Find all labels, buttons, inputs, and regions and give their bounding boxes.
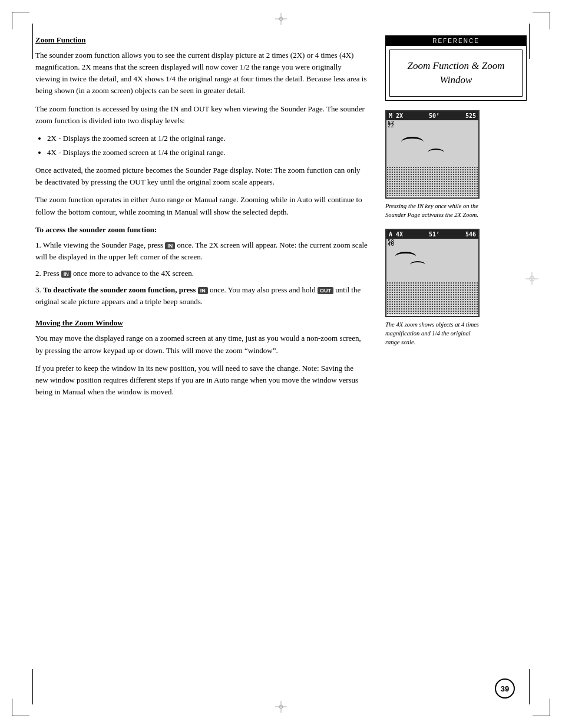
right-column: REFERENCE Zoom Function & Zoom Window M … — [385, 35, 527, 355]
reference-title-box: Zoom Function & Zoom Window — [389, 50, 523, 97]
screen1-body: 22 57 — [386, 120, 478, 196]
bullet-2x: 2X - Displays the zoomed screen at 1/2 t… — [47, 133, 368, 144]
screen1-header: M 2X 50’ 525 — [386, 111, 478, 120]
step3-num: 3. — [35, 285, 43, 294]
step2-num: 2. Press — [35, 269, 61, 278]
step-2: 2. Press IN once more to advance to the … — [35, 268, 368, 279]
step3-text-middle: once. You may also press and hold — [208, 285, 318, 294]
screen1-header-left: M 2X — [389, 113, 403, 119]
arch2-screen1 — [428, 149, 444, 157]
screen1-header-mid: 50’ — [429, 113, 439, 119]
screen2-header-mid: 51’ — [429, 231, 439, 238]
cross-bottom — [275, 701, 287, 715]
step2-text-after: once more to advance to the 4X screen. — [71, 269, 194, 278]
step1-text-before: While viewing the Sounder Page, press — [43, 241, 166, 249]
right-reg-mark — [525, 272, 538, 288]
screen1-scale-bottom: 57 — [388, 120, 394, 172]
screen2-body: 40 58 — [386, 239, 478, 314]
arch1-screen1 — [401, 137, 424, 147]
moving-zoom-para1: You may move the displayed range on a zo… — [35, 332, 368, 356]
screen1-header-right: 525 — [465, 113, 476, 119]
screen2-caption: The 4X zoom shows objects at 4 times mag… — [385, 321, 480, 347]
screen1-container: M 2X 50’ 525 22 57 Pressing the IN key o… — [385, 110, 527, 219]
arch2-screen2 — [410, 261, 425, 268]
zoom-function-para1: The sounder zoom function allows you to … — [35, 50, 368, 97]
zoom-function-para2: The zoom function is accessed by using t… — [35, 103, 368, 127]
corner-mark-br — [533, 699, 550, 716]
page-number: 39 — [495, 678, 515, 699]
arch1-screen2 — [395, 252, 416, 261]
moving-zoom-para2: If you prefer to keep the window in its … — [35, 363, 368, 398]
step-3: 3. To deactivate the sounder zoom functi… — [35, 284, 368, 308]
screen2-bottom-pattern — [386, 282, 478, 314]
step3-key-out: OUT — [318, 287, 333, 294]
corner-mark-tr — [533, 12, 550, 29]
zoom-function-para3: Once activated, the zoomed picture becom… — [35, 164, 368, 188]
screen2-scale-bottom: 58 — [388, 239, 394, 288]
screen2-header-left: A 4X — [389, 231, 403, 238]
reference-box: REFERENCE Zoom Function & Zoom Window — [385, 35, 527, 101]
screen2: A 4X 51’ 546 40 58 — [385, 229, 480, 317]
left-column: Zoom Function The sounder zoom function … — [35, 35, 368, 404]
screen1-caption: Pressing the IN key once while on the So… — [385, 202, 480, 219]
cross-top — [275, 13, 287, 27]
screen2-header: A 4X 51’ 546 — [386, 230, 478, 239]
moving-zoom-heading: Moving the Zoom Window — [35, 318, 368, 328]
side-line-left-top — [32, 24, 33, 59]
zoom-function-heading: Zoom Function — [35, 35, 368, 45]
step2-key-in: IN — [61, 271, 71, 278]
side-line-right-bottom — [529, 669, 530, 704]
corner-mark-bl — [12, 699, 29, 716]
numbered-steps: 1. While viewing the Sounder Page, press… — [35, 239, 368, 308]
access-zoom-heading: To access the sounder zoom function: — [35, 225, 368, 235]
step1-num: 1. — [35, 241, 43, 249]
step3-key-in: IN — [198, 287, 208, 294]
screen1-bottom-pattern — [386, 166, 478, 196]
side-line-right-top — [529, 24, 530, 59]
screen2-container: A 4X 51’ 546 40 58 The 4X zoom shows obj… — [385, 229, 527, 347]
side-line-left-bottom — [32, 669, 33, 704]
bullet-4x: 4X - Displays the zoomed screen at 1/4 t… — [47, 147, 368, 159]
reference-title: Zoom Function & Zoom Window — [395, 59, 517, 87]
zoom-bullet-list: 2X - Displays the zoomed screen at 1/2 t… — [47, 133, 368, 159]
step3-bold: To deactivate the sounder zoom function,… — [43, 285, 198, 294]
zoom-function-para4: The zoom function operates in either Aut… — [35, 194, 368, 218]
screen2-header-right: 546 — [465, 231, 476, 238]
corner-mark-tl — [12, 12, 29, 29]
reference-label: REFERENCE — [386, 36, 526, 46]
step-1: 1. While viewing the Sounder Page, press… — [35, 239, 368, 263]
screen1: M 2X 50’ 525 22 57 — [385, 110, 480, 199]
step1-key-in: IN — [165, 242, 175, 249]
